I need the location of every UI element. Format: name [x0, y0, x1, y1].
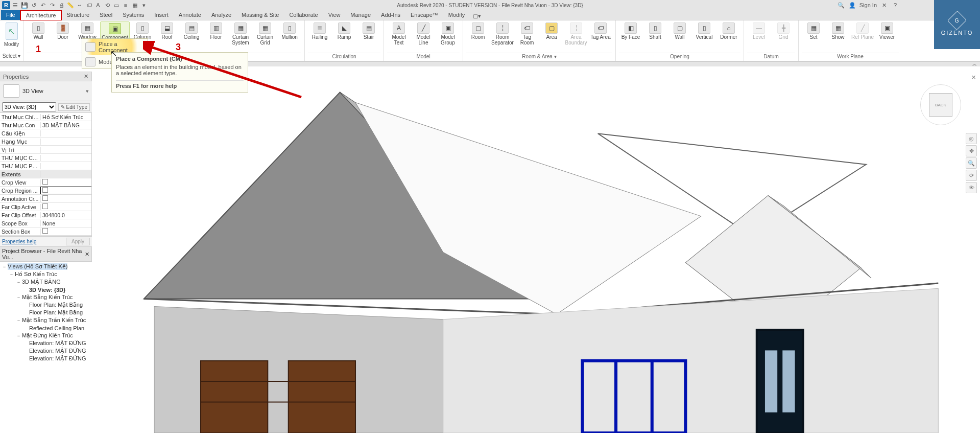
- tab-addins[interactable]: Add-Ins: [376, 10, 405, 20]
- tab-architecture[interactable]: Architecture: [20, 10, 62, 20]
- open-icon[interactable]: ☰: [11, 1, 19, 9]
- type-selector[interactable]: 3D View ▾: [0, 81, 92, 101]
- search-icon[interactable]: 🔍: [837, 1, 845, 9]
- tree-item[interactable]: Elevation: MẶT ĐỨNG: [0, 355, 92, 362]
- default3d-icon[interactable]: ⟲: [103, 1, 111, 9]
- tree-item[interactable]: −Hồ Sơ Kiến Trúc: [0, 270, 92, 278]
- shaft-button[interactable]: ▯Shaft: [643, 21, 667, 47]
- tree-item[interactable]: Floor Plan: Mặt Bằng: [0, 309, 92, 316]
- tree-item[interactable]: Reflected Ceiling Plan: [0, 324, 92, 332]
- tab-collaborate[interactable]: Collaborate: [284, 10, 323, 20]
- grid-button[interactable]: ╋Grid: [772, 21, 795, 47]
- curtain-system-button[interactable]: ▦Curtain System: [229, 21, 252, 47]
- select-dropdown[interactable]: Select ▾: [3, 53, 21, 59]
- zoom-icon[interactable]: 🔍: [966, 157, 977, 169]
- tag-area-button[interactable]: 🏷Tag Area: [589, 21, 612, 47]
- group-room-area-label[interactable]: Room & Area ▾: [466, 53, 612, 60]
- look-icon[interactable]: 👁: [966, 182, 977, 193]
- by-face-button[interactable]: ◧By Face: [619, 21, 642, 47]
- wall-button[interactable]: ▯Wall: [27, 21, 50, 47]
- tab-systems[interactable]: Systems: [117, 10, 149, 20]
- properties-help-link[interactable]: Properties help: [2, 239, 36, 244]
- show-button[interactable]: ▦Show: [826, 21, 850, 47]
- close-hidden-icon[interactable]: ▦: [131, 1, 139, 9]
- area-button[interactable]: ▢Area: [540, 21, 563, 47]
- tab-analyze[interactable]: Analyze: [206, 10, 236, 20]
- railing-button[interactable]: ≣Railing: [308, 21, 331, 47]
- view-selector[interactable]: 3D View: {3D}: [2, 102, 56, 111]
- tab-massing-site[interactable]: Massing & Site: [236, 10, 284, 20]
- text-icon[interactable]: A: [94, 1, 102, 9]
- view-cube[interactable]: BACK: [920, 90, 964, 126]
- sync-icon[interactable]: ↺: [30, 1, 38, 9]
- set-button[interactable]: ▦Set: [802, 21, 825, 47]
- project-browser-close-icon[interactable]: ✕: [85, 251, 89, 258]
- model-group-button[interactable]: ▣Model Group: [436, 21, 460, 47]
- user-icon[interactable]: 👤: [848, 1, 856, 9]
- exchange-icon[interactable]: ✕: [880, 1, 888, 9]
- tab-manage[interactable]: Manage: [345, 10, 376, 20]
- tab-modify[interactable]: Modify: [443, 10, 470, 20]
- tree-item[interactable]: Elevation: MẶT ĐỨNG: [0, 339, 92, 347]
- area-boundary-button[interactable]: ╎Area Boundary: [564, 21, 588, 47]
- tree-item[interactable]: −Views (Hồ Sơ Thiết Kế): [0, 263, 92, 270]
- vertical-button[interactable]: ▯Vertical: [692, 21, 716, 47]
- tree-item[interactable]: −Mặt Đứng Kiến Trúc: [0, 332, 92, 339]
- project-browser-title[interactable]: Project Browser - File Revit Nha Vu...✕: [0, 246, 92, 262]
- properties-close-icon[interactable]: ✕: [84, 73, 88, 80]
- tree-item[interactable]: 3D View: {3D}: [0, 286, 92, 293]
- save-icon[interactable]: 💾: [20, 1, 29, 9]
- wall-opening-button[interactable]: ▢Wall: [668, 21, 691, 47]
- dim-icon[interactable]: ↔: [76, 1, 84, 9]
- room-button[interactable]: ▢Room: [466, 21, 490, 47]
- section-icon[interactable]: ▭: [112, 1, 121, 9]
- ceiling-button[interactable]: ▤Ceiling: [180, 21, 203, 47]
- model-text-button[interactable]: AModel Text: [387, 21, 411, 47]
- tab-enscape[interactable]: Enscape™: [405, 10, 443, 20]
- tab-structure[interactable]: Structure: [61, 10, 94, 20]
- view-close-icon[interactable]: ✕: [970, 74, 977, 81]
- undo-icon[interactable]: ↶: [39, 1, 47, 9]
- view-canvas[interactable]: ✕: [92, 72, 980, 433]
- mullion-button[interactable]: ▯Mullion: [278, 21, 301, 47]
- full-nav-wheel-icon[interactable]: ◎: [966, 133, 977, 144]
- tree-item[interactable]: −Mặt Bằng Kiến Trúc: [0, 293, 92, 301]
- orbit-icon[interactable]: ⟳: [966, 170, 977, 181]
- sign-in-link[interactable]: Sign In: [859, 2, 877, 8]
- view-cube-face[interactable]: BACK: [929, 93, 952, 117]
- measure-icon[interactable]: 📏: [66, 1, 75, 9]
- door-button[interactable]: 🚪Door: [51, 21, 75, 47]
- apply-button[interactable]: Apply: [66, 238, 90, 245]
- ramp-button[interactable]: ◣Ramp: [332, 21, 356, 47]
- tab-view[interactable]: View: [323, 10, 346, 20]
- properties-grid[interactable]: Thư Mục ChínhHồ Sơ Kiến TrúcThư Mục Con3…: [0, 112, 92, 236]
- level-button[interactable]: ―Level: [747, 21, 771, 47]
- ref-plane-button[interactable]: ╱Ref Plane: [851, 21, 874, 47]
- redo-icon[interactable]: ↷: [48, 1, 56, 9]
- model-line-button[interactable]: ╱Model Line: [412, 21, 435, 47]
- help-icon[interactable]: ?: [891, 1, 899, 9]
- tab-options-icon[interactable]: ▢▾: [473, 12, 481, 20]
- curtain-grid-button[interactable]: ▦Curtain Grid: [253, 21, 277, 47]
- tab-annotate[interactable]: Annotate: [174, 10, 206, 20]
- properties-title[interactable]: Properties✕: [0, 72, 92, 81]
- tree-item[interactable]: Floor Plan: Mặt Bằng: [0, 301, 92, 309]
- tab-insert[interactable]: Insert: [149, 10, 174, 20]
- pan-icon[interactable]: ✥: [966, 145, 977, 156]
- switch-window-icon[interactable]: ▾: [140, 1, 148, 9]
- viewer-button[interactable]: ▣Viewer: [875, 21, 899, 47]
- tag-room-button[interactable]: 🏷Tag Room: [515, 21, 539, 47]
- type-chevron-icon[interactable]: ▾: [86, 88, 89, 95]
- thin-lines-icon[interactable]: ≡: [122, 1, 130, 9]
- room-separator-button[interactable]: ╎Room Separator: [491, 21, 514, 47]
- tag-icon[interactable]: 🏷: [85, 1, 93, 9]
- tab-steel[interactable]: Steel: [94, 10, 117, 20]
- edit-type-button[interactable]: ✎Edit Type: [58, 103, 90, 111]
- tree-item[interactable]: Elevation: MẶT ĐỨNG: [0, 347, 92, 355]
- project-browser-tree[interactable]: −Views (Hồ Sơ Thiết Kế)−Hồ Sơ Kiến Trúc−…: [0, 262, 92, 433]
- file-tab[interactable]: File: [1, 10, 20, 20]
- tree-item[interactable]: −Mặt Bằng Trần Kiến Trúc: [0, 316, 92, 324]
- modify-arrow-icon[interactable]: ↖: [6, 22, 18, 40]
- print-icon[interactable]: 🖨: [57, 1, 65, 9]
- revit-logo-icon[interactable]: R: [2, 1, 10, 9]
